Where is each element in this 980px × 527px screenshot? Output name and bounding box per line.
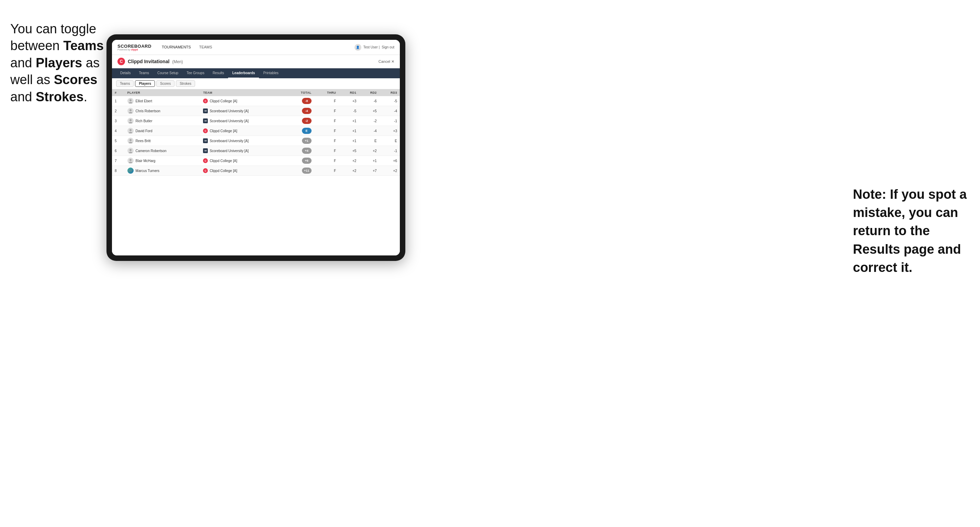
table-row: 4David FordCClippd College [A]EF+1-4+3 bbox=[112, 126, 400, 136]
cell-rank: 6 bbox=[112, 146, 125, 156]
tab-course-setup[interactable]: Course Setup bbox=[153, 68, 182, 78]
left-annotation: You can toggle between Teams and Players… bbox=[10, 21, 107, 105]
cell-rd1: -5 bbox=[339, 106, 359, 116]
team-logo-scoreboard: SB bbox=[203, 119, 208, 123]
team-name: Scoreboard University [A] bbox=[210, 149, 248, 153]
toggle-scores-button[interactable]: Scores bbox=[156, 80, 175, 87]
cell-team: SBScoreboard University [A] bbox=[200, 146, 287, 156]
team-logo-clippd: C bbox=[203, 158, 208, 163]
team-name: Scoreboard University [A] bbox=[210, 119, 248, 123]
cell-player: MTMarcus Turners bbox=[125, 166, 200, 176]
cell-rd3: -1 bbox=[380, 116, 400, 126]
cell-total: -8 bbox=[287, 96, 314, 106]
svg-point-5 bbox=[129, 119, 132, 121]
cell-rd3: -4 bbox=[380, 106, 400, 116]
team-name: Clippd College [A] bbox=[210, 159, 237, 163]
cell-rd2: +7 bbox=[359, 166, 379, 176]
cell-rd1: +2 bbox=[339, 156, 359, 166]
player-name: Rich Butler bbox=[136, 119, 153, 123]
note-label: Note: If you spot a mistake, you can ret… bbox=[853, 187, 967, 275]
user-icon: 👤 bbox=[355, 44, 361, 51]
cell-rd2: +2 bbox=[359, 146, 379, 156]
svg-point-10 bbox=[129, 142, 132, 143]
svg-point-2 bbox=[129, 102, 132, 103]
cell-player: Cameron Robertson bbox=[125, 146, 200, 156]
cell-rank: 4 bbox=[112, 126, 125, 136]
cell-thru: F bbox=[314, 116, 339, 126]
cell-player: Rich Butler bbox=[125, 116, 200, 126]
cell-total: +6 bbox=[287, 156, 314, 166]
right-annotation: Note: If you spot a mistake, you can ret… bbox=[853, 186, 970, 277]
cell-rd3: -1 bbox=[380, 146, 400, 156]
tournament-logo: C bbox=[118, 58, 125, 65]
team-logo-clippd: C bbox=[203, 98, 208, 103]
player-name: Cameron Robertson bbox=[136, 149, 167, 153]
cell-thru: F bbox=[314, 126, 339, 136]
cell-team: SBScoreboard University [A] bbox=[200, 136, 287, 146]
svg-point-12 bbox=[129, 152, 132, 153]
col-rank: # bbox=[112, 89, 125, 96]
cell-rd1: +1 bbox=[339, 136, 359, 146]
cell-rd2: +1 bbox=[359, 156, 379, 166]
player-avatar bbox=[127, 118, 134, 124]
player-avatar bbox=[127, 108, 134, 114]
tournament-header: C Clippd Invitational (Men) Cancel ✕ bbox=[112, 55, 400, 68]
cell-thru: F bbox=[314, 156, 339, 166]
cell-rank: 2 bbox=[112, 106, 125, 116]
table-header-row: # PLAYER TEAM TOTAL THRU RD1 RD2 RD3 bbox=[112, 89, 400, 96]
tab-tee-groups[interactable]: Tee Groups bbox=[182, 68, 208, 78]
nav-tournaments[interactable]: TOURNAMENTS bbox=[158, 44, 194, 51]
cell-player: David Ford bbox=[125, 126, 200, 136]
col-team: TEAM bbox=[200, 89, 287, 96]
tab-leaderboards[interactable]: Leaderboards bbox=[228, 68, 259, 78]
cell-thru: F bbox=[314, 166, 339, 176]
tab-details[interactable]: Details bbox=[116, 68, 135, 78]
toggle-teams-button[interactable]: Teams bbox=[116, 80, 134, 87]
team-logo-clippd: C bbox=[203, 168, 208, 173]
player-name: Blair McHarg bbox=[136, 159, 156, 163]
table-row: 3Rich ButlerSBScoreboard University [A]-… bbox=[112, 116, 400, 126]
cell-team: CClippd College [A] bbox=[200, 156, 287, 166]
player-name: Chris Robertson bbox=[136, 109, 161, 113]
team-name: Clippd College [A] bbox=[210, 169, 237, 173]
player-avatar bbox=[127, 128, 134, 134]
sign-out-link[interactable]: Sign out bbox=[382, 45, 395, 49]
svg-point-7 bbox=[129, 129, 132, 131]
cell-total: -2 bbox=[287, 116, 314, 126]
cancel-button[interactable]: Cancel ✕ bbox=[379, 59, 395, 64]
cell-rd1: +1 bbox=[339, 116, 359, 126]
table-row: 6Cameron RobertsonSBScoreboard Universit… bbox=[112, 146, 400, 156]
player-avatar: MT bbox=[127, 168, 134, 174]
tab-results[interactable]: Results bbox=[208, 68, 228, 78]
cell-team: CClippd College [A] bbox=[200, 96, 287, 106]
cell-player: Chris Robertson bbox=[125, 106, 200, 116]
svg-point-9 bbox=[129, 139, 132, 141]
cell-rd3: +3 bbox=[380, 126, 400, 136]
player-avatar bbox=[127, 157, 134, 164]
cell-rd3: -5 bbox=[380, 96, 400, 106]
toggle-players-button[interactable]: Players bbox=[135, 80, 155, 87]
toggle-strokes-button[interactable]: Strokes bbox=[176, 80, 195, 87]
team-logo-clippd: C bbox=[203, 129, 208, 133]
tournament-title: Clippd Invitational (Men) bbox=[128, 59, 183, 64]
cell-thru: F bbox=[314, 96, 339, 106]
svg-point-11 bbox=[129, 149, 132, 151]
cell-total: -4 bbox=[287, 106, 314, 116]
cell-rank: 8 bbox=[112, 166, 125, 176]
cell-player: Elliot Ebert bbox=[125, 96, 200, 106]
tab-printables[interactable]: Printables bbox=[259, 68, 282, 78]
team-name: Scoreboard University [A] bbox=[210, 109, 248, 113]
tab-teams[interactable]: Teams bbox=[135, 68, 153, 78]
table-row: 7Blair McHargCClippd College [A]+6F+2+1+… bbox=[112, 156, 400, 166]
team-logo-scoreboard: SB bbox=[203, 148, 208, 153]
cell-rank: 5 bbox=[112, 136, 125, 146]
logo-area: SCOREBOARD Powered by clippd bbox=[118, 44, 151, 51]
cell-rd2: -4 bbox=[359, 126, 379, 136]
svg-point-1 bbox=[129, 99, 132, 101]
cell-thru: F bbox=[314, 136, 339, 146]
cell-rd1: +1 bbox=[339, 126, 359, 136]
cell-rd1: +5 bbox=[339, 146, 359, 156]
logo-title: SCOREBOARD bbox=[118, 44, 151, 49]
nav-teams[interactable]: TEAMS bbox=[196, 44, 216, 51]
cell-rd1: +3 bbox=[339, 96, 359, 106]
